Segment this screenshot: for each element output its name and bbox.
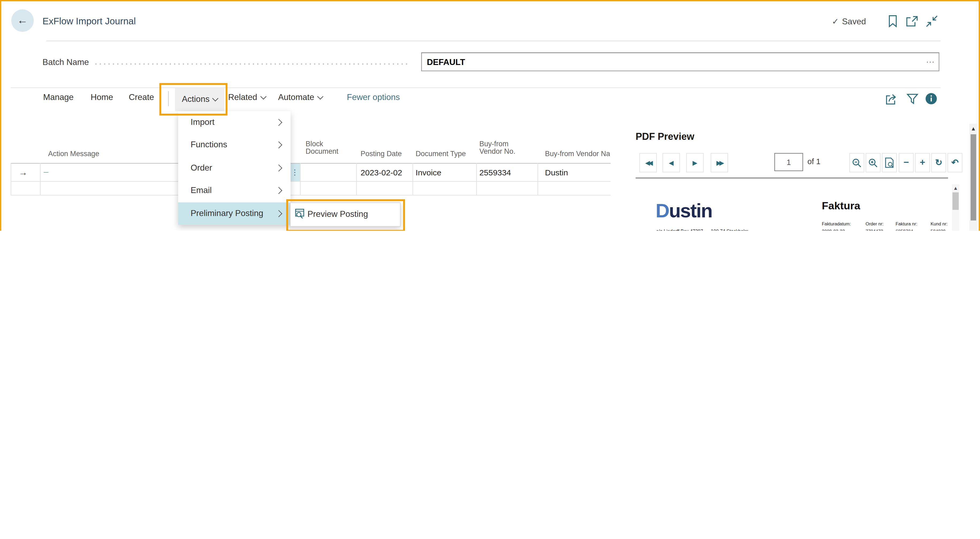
header-divider: [46, 41, 941, 41]
chevron-right-icon: [275, 165, 282, 171]
row-selector-arrow-icon[interactable]: →: [19, 167, 27, 177]
menu-manage[interactable]: Manage: [43, 92, 73, 102]
menu-create[interactable]: Create: [129, 92, 154, 102]
shrink-icon[interactable]: −: [899, 153, 914, 172]
pdf-page-input[interactable]: [774, 153, 803, 171]
back-button[interactable]: ←: [11, 10, 34, 32]
pdf-preview-title: PDF Preview: [636, 131, 694, 143]
pdf-document: DDustinustin c/o Lindorff Box 47297 100 …: [636, 182, 948, 231]
chevron-down-icon: [260, 93, 266, 100]
jt-header-document-type[interactable]: Document Type: [415, 150, 466, 157]
chevron-right-icon: [275, 119, 282, 126]
menu-item-preliminary-posting[interactable]: Preliminary Posting: [178, 202, 291, 225]
batch-name-leader: [94, 63, 409, 65]
check-icon: ✓: [832, 17, 839, 26]
jt-header-vendor-no[interactable]: Buy-fromVendor No.: [479, 140, 515, 155]
pdf-prev-page-button[interactable]: ◀: [662, 153, 680, 172]
jt-cell-document-type[interactable]: Invoice: [415, 168, 441, 177]
scroll-up-icon[interactable]: ▲: [953, 186, 958, 191]
jt-header-vendor-name[interactable]: Buy-from Vendor Name: [545, 150, 610, 157]
scroll-up-icon[interactable]: ▲: [970, 126, 976, 132]
jt-row-options-cell[interactable]: ⋮: [290, 163, 300, 181]
open-in-window-icon[interactable]: [905, 16, 918, 29]
info-icon[interactable]: [925, 92, 937, 108]
pdf-last-page-button[interactable]: ▶▶: [711, 153, 728, 172]
chevron-right-icon: [275, 141, 282, 148]
pdf-page-count: of 1: [807, 157, 821, 166]
share-icon[interactable]: [885, 93, 898, 108]
jt-cell-vendor-no[interactable]: 2559334: [479, 168, 511, 177]
collapse-icon[interactable]: [926, 15, 938, 30]
jt-header-action-message[interactable]: Action Message: [48, 150, 99, 157]
menu-actions[interactable]: Actions: [175, 88, 224, 111]
vendor-address: c/o Lindorff Box 47297 100 74 Stockholm: [656, 228, 749, 231]
menu-related[interactable]: Related: [228, 92, 266, 102]
menu-item-functions[interactable]: Functions: [178, 134, 291, 156]
zoom-out-icon[interactable]: [850, 153, 864, 172]
menu-item-import[interactable]: Import: [178, 111, 291, 134]
jt-header-posting-date[interactable]: Posting Date: [361, 150, 402, 157]
preview-posting-icon: [295, 209, 305, 222]
vendor-logo: DDustinustin: [655, 200, 712, 222]
chevron-right-icon: [275, 210, 282, 217]
pdf-first-page-button[interactable]: ◀◀: [640, 153, 657, 172]
chevron-down-icon: [317, 93, 323, 100]
batch-name-input[interactable]: [421, 52, 939, 71]
actions-dropdown-menu: Import Functions Order Email Preliminary…: [178, 111, 291, 225]
grow-icon[interactable]: +: [915, 153, 930, 172]
menu-item-order[interactable]: Order: [178, 157, 291, 179]
chevron-down-icon: [212, 95, 219, 101]
pdf-vscrollbar-thumb[interactable]: [953, 192, 959, 209]
filter-icon[interactable]: [906, 93, 919, 108]
jt-header-block-document[interactable]: BlockDocument: [305, 140, 338, 155]
menu-fewer-options[interactable]: Fewer options: [347, 92, 400, 102]
zoom-in-icon[interactable]: [865, 153, 880, 172]
back-arrow-icon: ←: [17, 14, 28, 26]
batch-name-more-button[interactable]: ...: [926, 55, 935, 65]
batch-name-label: Batch Name: [43, 57, 89, 67]
command-bar-top-divider: [11, 87, 941, 88]
page-title: ExFlow Import Journal: [43, 16, 136, 26]
save-status: ✓Saved: [832, 16, 866, 26]
vertical-ellipsis-icon: ⋮: [291, 168, 298, 177]
preview-posting-label: Preview Posting: [307, 209, 368, 219]
refresh-icon[interactable]: ↻: [931, 153, 946, 172]
jt-cell-posting-date[interactable]: 2023-02-02: [361, 168, 402, 177]
jt-cell-action-message[interactable]: _: [44, 164, 48, 173]
pdf-next-page-button[interactable]: ▶: [686, 153, 704, 172]
invoice-doc-title: Faktura: [822, 200, 860, 212]
menu-item-email[interactable]: Email: [178, 179, 291, 201]
preview-posting-submenu[interactable]: Preview Posting: [290, 202, 401, 227]
jt-cell-vendor-name[interactable]: Dustin: [545, 168, 568, 177]
menu-automate[interactable]: Automate: [278, 92, 322, 102]
fit-page-icon[interactable]: [882, 153, 897, 172]
factbox-vscrollbar-thumb[interactable]: [970, 134, 976, 220]
menu-home[interactable]: Home: [91, 92, 113, 102]
reset-view-icon[interactable]: ↶: [947, 153, 963, 172]
chevron-right-icon: [275, 187, 282, 194]
bookmark-icon[interactable]: [888, 15, 897, 30]
command-bar-divider: [168, 91, 169, 106]
exflow-import-journal-page: ← ExFlow Import Journal ✓Saved Batch Nam…: [0, 0, 980, 231]
